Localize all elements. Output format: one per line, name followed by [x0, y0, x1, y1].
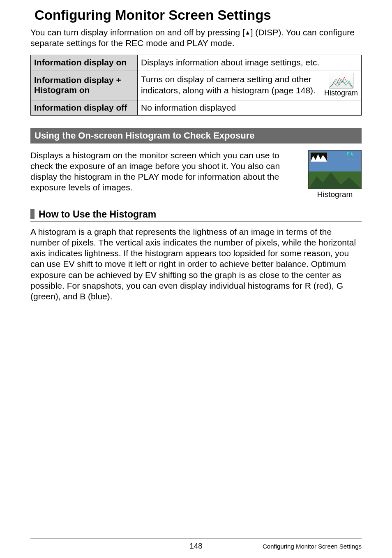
section2-body: A histogram is a graph that represents t… — [30, 227, 362, 302]
section1-body: Displays a histogram on the monitor scre… — [30, 150, 300, 193]
footer-section-label: Configuring Monitor Screen Settings — [263, 543, 362, 550]
preview-image: P ↳ ⌞ ⌟ — [308, 150, 362, 189]
preview-wrap: P ↳ ⌞ ⌟ Histogram — [308, 150, 362, 199]
page-title: Configuring Monitor Screen Settings — [30, 7, 362, 23]
svg-marker-0 — [311, 154, 327, 162]
row-desc: No information displayed — [138, 100, 362, 115]
row-label: Information display on — [31, 55, 138, 70]
preview-label: Histogram — [317, 190, 353, 199]
row-desc: Turns on display of camera setting and o… — [141, 74, 320, 96]
subhead-bar-icon — [30, 209, 35, 219]
page: Configuring Monitor Screen Settings You … — [0, 0, 392, 558]
histogram-thumb-wrap: Histogram — [324, 73, 358, 97]
table-row: Information display + Histogram on Turns… — [31, 70, 362, 100]
overlay-glyph-icon: P ↳ — [347, 152, 354, 156]
row-label: Information display off — [31, 100, 138, 115]
intro-text-a: You can turn display information on and … — [30, 28, 245, 37]
table-row: Information display off No information d… — [31, 100, 362, 115]
subsection-heading: How to Use the Histogram — [39, 209, 156, 220]
up-arrow-icon: ▲ — [245, 29, 251, 37]
page-footer: 148 Configuring Monitor Screen Settings — [0, 538, 392, 551]
settings-table: Information display on Displays informat… — [30, 55, 362, 116]
row-label: Information display + Histogram on — [31, 70, 138, 100]
table-row: Information display on Displays informat… — [31, 55, 362, 70]
footer-rule — [30, 538, 362, 539]
histogram-icon — [329, 73, 353, 88]
intro-paragraph: You can turn display information on and … — [30, 27, 362, 49]
histogram-thumb-label: Histogram — [324, 89, 358, 97]
histogram-mini-icon — [310, 152, 327, 162]
page-number: 148 — [189, 542, 203, 551]
svg-marker-1 — [309, 172, 361, 189]
subsection-heading-row: How to Use the Histogram — [30, 209, 362, 222]
section-heading: Using the On-screen Histogram to Check E… — [30, 128, 362, 144]
section1-body-row: Displays a histogram on the monitor scre… — [30, 150, 362, 199]
row-desc-cell: Turns on display of camera setting and o… — [138, 70, 362, 100]
pointer-line-icon — [335, 187, 335, 189]
row-desc: Displays information about image setting… — [138, 55, 362, 70]
overlay-glyph-icon: ⌞ ⌟ — [348, 156, 354, 161]
